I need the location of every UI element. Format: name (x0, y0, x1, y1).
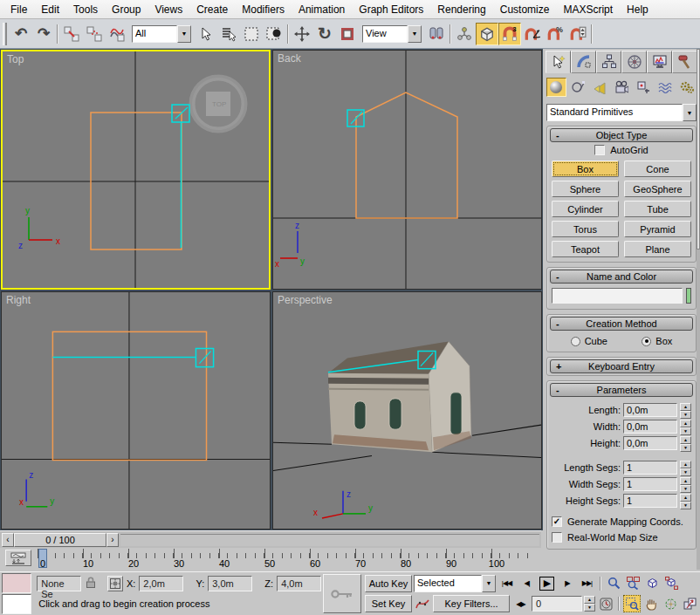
key-mode-toggle-button[interactable]: ◀▶ (511, 595, 530, 612)
percent-snap-toggle-icon[interactable]: % (544, 23, 566, 45)
grid-spacing-key-button[interactable] (323, 574, 361, 613)
object-color-swatch[interactable] (686, 288, 691, 304)
bind-to-space-warp-icon[interactable] (106, 23, 128, 45)
menu-tools[interactable]: Tools (66, 1, 105, 18)
spinner-snap-toggle-icon[interactable] (566, 23, 589, 45)
time-slider-track[interactable] (120, 534, 539, 546)
menu-animation[interactable]: Animation (292, 1, 352, 18)
height-field[interactable]: 0,0m (623, 436, 677, 450)
rectangular-selection-region-icon[interactable] (240, 23, 263, 45)
tube-button[interactable]: Tube (624, 201, 691, 217)
length-field[interactable]: 0,0m (623, 403, 677, 417)
key-filters-button[interactable]: Key Filters... (433, 595, 510, 612)
house-wireframe-back[interactable] (356, 92, 457, 218)
snaps-toggle-icon[interactable] (476, 23, 498, 45)
time-slider-handle[interactable]: 0 / 100 (14, 533, 106, 547)
rollout-creation-method-header[interactable]: - Creation Method (550, 317, 693, 331)
width-segs-spinner[interactable]: ▲▼ (680, 477, 691, 491)
menu-views[interactable]: Views (148, 1, 189, 18)
autogrid-checkbox[interactable] (594, 145, 605, 155)
plane-button[interactable]: Plane (624, 241, 691, 257)
select-and-rotate-icon[interactable]: ↻ (313, 23, 336, 45)
listener-script-line[interactable] (2, 594, 31, 614)
creation-method-cube[interactable]: Cube (571, 336, 607, 346)
geosphere-button[interactable]: GeoSphere (624, 181, 691, 197)
listener-macro-recorder[interactable] (2, 573, 31, 593)
viewport-right-label[interactable]: Right (6, 294, 31, 306)
viewport-perspective-label[interactable]: Perspective (278, 294, 333, 306)
mini-curve-editor-button[interactable] (5, 550, 31, 566)
rollout-name-color-header[interactable]: - Name and Color (550, 270, 693, 284)
set-key-button[interactable]: Set Key (365, 595, 412, 612)
teapot-button[interactable]: Teapot (552, 241, 619, 257)
next-frame-button[interactable]: |▶ (558, 575, 576, 592)
previous-frame-arrow[interactable]: ‹ (2, 533, 14, 547)
category-dropdown[interactable]: Standard Primitives ▼ (546, 104, 697, 121)
next-frame-arrow[interactable]: › (106, 533, 119, 547)
selection-lock-icon[interactable] (85, 576, 97, 591)
box-button[interactable]: Box (552, 161, 619, 177)
width-segs-field[interactable]: 1 (623, 477, 677, 491)
window-crossing-icon[interactable] (263, 23, 285, 45)
previous-frame-button[interactable]: ◀| (518, 575, 536, 592)
menu-create[interactable]: Create (189, 1, 235, 18)
x-coord-field[interactable]: 2,0m (139, 576, 183, 591)
set-keys-curve-icon[interactable] (414, 595, 431, 612)
menu-edit[interactable]: Edit (34, 1, 66, 18)
key-subset-dropdown[interactable]: Selected ▼ (414, 575, 496, 592)
time-configuration-icon[interactable] (597, 595, 614, 612)
viewport-top[interactable]: Top TOP y x z (1, 50, 271, 290)
tab-display[interactable] (647, 51, 672, 73)
length-segs-spinner[interactable]: ▲▼ (680, 461, 691, 475)
zoom-extents-all-icon[interactable] (662, 575, 680, 592)
menu-rendering[interactable]: Rendering (430, 1, 492, 18)
angle-snap-toggle-icon[interactable] (521, 23, 544, 45)
rollout-object-type-header[interactable]: - Object Type (550, 128, 693, 142)
command-panel-scrollbar[interactable] (697, 49, 700, 570)
menu-modifiers[interactable]: Modifiers (235, 1, 292, 18)
generate-mapping-coords-checkbox[interactable] (552, 516, 562, 527)
viewport-perspective[interactable]: Perspective (272, 291, 542, 530)
current-frame-field[interactable]: 0 (532, 596, 582, 612)
cone-button[interactable]: Cone (624, 161, 691, 177)
viewport-back-label[interactable]: Back (278, 52, 301, 65)
selection-filter-dropdown[interactable]: All ▼ (132, 25, 191, 43)
menu-group[interactable]: Group (105, 1, 148, 18)
menu-help[interactable]: Help (620, 1, 655, 18)
min-max-toggle-icon[interactable] (681, 595, 698, 612)
use-pivot-point-icon[interactable] (425, 23, 448, 45)
category-systems[interactable] (676, 78, 697, 97)
select-and-move-icon[interactable] (291, 23, 313, 45)
rollout-parameters-header[interactable]: - Parameters (550, 383, 693, 397)
go-to-end-button[interactable]: ▶▶| (578, 575, 596, 592)
redo-icon[interactable]: ↷ (32, 23, 55, 45)
auto-key-button[interactable]: Auto Key (365, 575, 412, 592)
pyramid-button[interactable]: Pyramid (624, 221, 691, 237)
sphere-button[interactable]: Sphere (552, 181, 619, 197)
tab-hierarchy[interactable] (596, 51, 621, 73)
select-object-icon[interactable] (195, 23, 217, 45)
select-and-scale-icon[interactable] (336, 23, 359, 45)
arc-rotate-icon[interactable] (662, 595, 679, 612)
track-bar-ticks[interactable] (38, 549, 535, 558)
snap-3d-icon[interactable]: 3 (498, 23, 521, 45)
frame-spinner[interactable]: ▲▼ (584, 596, 595, 612)
category-cameras[interactable] (612, 78, 632, 97)
cylinder-button[interactable]: Cylinder (552, 201, 619, 217)
viewport-right[interactable]: Right z x y (1, 291, 271, 530)
box-radio[interactable] (642, 337, 651, 346)
tab-motion[interactable] (621, 51, 647, 73)
absolute-offset-toggle[interactable] (107, 576, 123, 591)
category-geometry[interactable] (546, 78, 566, 97)
play-button[interactable]: ▶ (538, 575, 556, 592)
object-name-input[interactable] (552, 288, 683, 304)
height-segs-field[interactable]: 1 (623, 494, 677, 508)
length-spinner[interactable]: ▲▼ (680, 403, 691, 417)
zoom-extents-icon[interactable] (643, 575, 661, 592)
select-and-link-icon[interactable] (60, 23, 83, 45)
menu-maxscript[interactable]: MAXScript (556, 1, 620, 18)
rollout-keyboard-entry-header[interactable]: + Keyboard Entry (550, 359, 693, 373)
undo-icon[interactable]: ↶ (10, 23, 32, 45)
select-by-name-icon[interactable] (217, 23, 240, 45)
viewport-back[interactable]: Back z x y (272, 50, 542, 290)
